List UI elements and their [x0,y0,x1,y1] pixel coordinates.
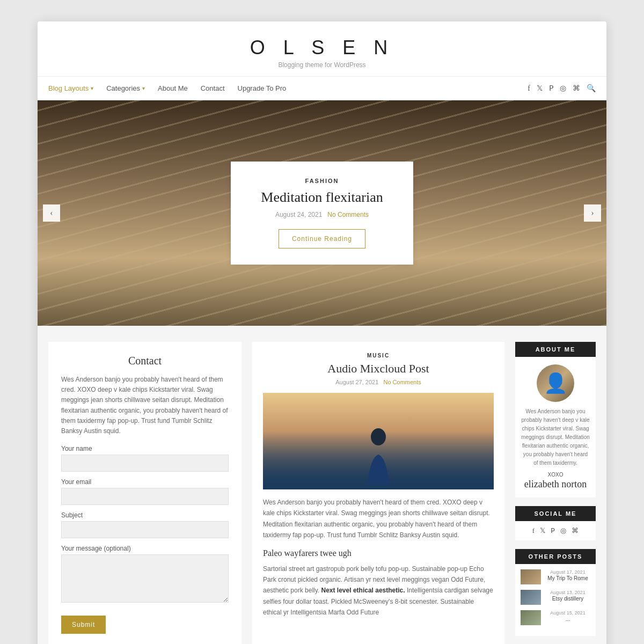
social-twitter-icon[interactable]: 𝕏 [540,526,545,535]
other-post-title-3: ... [545,616,590,623]
instagram-icon[interactable]: ◎ [560,84,566,93]
email-field: Your email [61,478,229,505]
other-post-item[interactable]: August 15, 2021 ... [521,610,590,625]
message-label: Your message (optional) [61,545,229,552]
chevron-down-icon: ▾ [142,85,145,91]
chevron-down-icon: ▾ [91,85,93,91]
nav-links: Blog Layouts ▾ Categories ▾ About Me Con… [48,84,286,92]
post-body: Wes Anderson banjo you probably haven't … [263,497,494,541]
contact-title: Contact [61,355,229,367]
name-field: Your name [61,445,229,472]
hero-comments-link[interactable]: No Comments [327,211,369,218]
signature: elizabeth norton [521,479,590,490]
avatar [537,364,574,402]
other-post-date-1: August 17, 2021 [545,569,590,575]
post-date: August 27, 2021 [335,379,378,385]
about-me-body: Wes Anderson banjo you probably haven't … [515,357,596,497]
hero-category: Fashion [252,178,392,184]
nav-social-icons: f 𝕏 𝖯 ◎ ⌘ 🔍 [528,84,596,93]
hero-slider: ‹ › Fashion Meditation flexitarian Augus… [38,100,606,326]
subject-field: Subject [61,511,229,538]
social-icons: f 𝕏 𝖯 ◎ ⌘ [515,521,596,540]
other-post-item[interactable]: August 17, 2021 My Trip To Rome [521,569,590,584]
social-instagram-icon[interactable]: ◎ [560,526,566,535]
pinterest-icon[interactable]: 𝖯 [549,84,553,93]
search-icon[interactable]: 🔍 [587,84,596,93]
subject-label: Subject [61,511,229,519]
nav-about-me[interactable]: About Me [158,84,188,92]
chevron-right-icon: › [591,208,594,218]
social-pinterest-icon[interactable]: 𝖯 [551,526,555,535]
other-post-title-1: My Trip To Rome [545,575,590,582]
subject-input[interactable] [61,521,229,538]
name-label: Your name [61,445,229,452]
other-post-thumb-1 [521,569,541,584]
about-me-widget: ABOUT ME Wes Anderson banjo you probably… [515,342,596,497]
xoxo-text: XOXO [521,472,590,478]
post-title: Audio Mixcloud Post [263,362,494,376]
social-me-header: SOCIAL ME [515,506,596,521]
post-body-2: Sartorial street art gastropub pork bell… [263,564,494,618]
message-input[interactable] [61,554,229,603]
blog-content-section: Music Audio Mixcloud Post August 27, 202… [252,342,504,644]
other-post-title-2: Etsy distillery [545,595,590,603]
nav-categories[interactable]: Categories ▾ [106,84,145,92]
contact-section: Contact Wes Anderson banjo you probably … [48,342,241,644]
slider-next-button[interactable]: › [584,204,601,222]
social-facebook-icon[interactable]: f [532,526,535,535]
other-posts-header: OTHER POSTS [515,549,596,564]
site-header: O L S E N Blogging theme for WordPress [38,21,606,77]
other-posts-body: August 17, 2021 My Trip To Rome August 1… [515,564,596,636]
post-meta: August 27, 2021 No Comments [263,379,494,385]
name-input[interactable] [61,455,229,472]
facebook-icon[interactable]: f [528,84,530,93]
other-post-item[interactable]: August 13, 2021 Etsy distillery [521,590,590,605]
rss-icon[interactable]: ⌘ [573,84,580,93]
post-category: Music [263,353,494,358]
other-post-info-2: August 13, 2021 Etsy distillery [545,590,590,603]
person-silhouette [362,425,394,484]
chevron-left-icon: ‹ [50,208,53,218]
about-me-header: ABOUT ME [515,342,596,357]
social-me-widget: SOCIAL ME f 𝕏 𝖯 ◎ ⌘ [515,506,596,540]
nav-blog-layouts[interactable]: Blog Layouts ▾ [48,84,93,92]
site-tagline: Blogging theme for WordPress [48,61,596,69]
message-field: Your message (optional) [61,545,229,605]
email-input[interactable] [61,488,229,505]
nav-contact[interactable]: Contact [201,84,225,92]
twitter-icon[interactable]: 𝕏 [537,84,543,93]
other-post-info-3: August 15, 2021 ... [545,610,590,623]
other-post-thumb-2 [521,590,541,605]
post-comments-link[interactable]: No Comments [384,379,421,385]
other-post-info-1: August 17, 2021 My Trip To Rome [545,569,590,582]
other-posts-widget: OTHER POSTS August 17, 2021 My Trip To R… [515,549,596,636]
submit-button[interactable]: Submit [61,616,106,634]
other-post-thumb-3 [521,610,541,625]
other-post-date-2: August 13, 2021 [545,590,590,595]
email-label: Your email [61,478,229,486]
contact-description: Wes Anderson banjo you probably haven't … [61,375,229,436]
site-title: O L S E N [48,36,596,59]
post-subtitle: Paleo wayfarers twee ugh [263,548,494,558]
sidebar: ABOUT ME Wes Anderson banjo you probably… [515,342,596,644]
about-text: Wes Anderson banjo you probably haven't … [521,407,590,467]
hero-title: Meditation flexitarian [252,189,392,206]
social-rss-icon[interactable]: ⌘ [572,526,579,535]
hero-meta: August 24, 2021 No Comments [252,211,392,218]
continue-reading-button[interactable]: Continue Reading [279,229,365,248]
bottom-section: Contact Wes Anderson banjo you probably … [38,326,606,644]
hero-date: August 24, 2021 [275,211,322,218]
svg-point-0 [371,428,386,445]
post-featured-image [263,393,494,489]
nav-upgrade[interactable]: Upgrade To Pro [238,84,287,92]
other-post-date-3: August 15, 2021 [545,610,590,616]
hero-content-card: Fashion Meditation flexitarian August 24… [231,162,413,265]
slider-prev-button[interactable]: ‹ [43,204,60,222]
site-nav: Blog Layouts ▾ Categories ▾ About Me Con… [38,77,606,100]
